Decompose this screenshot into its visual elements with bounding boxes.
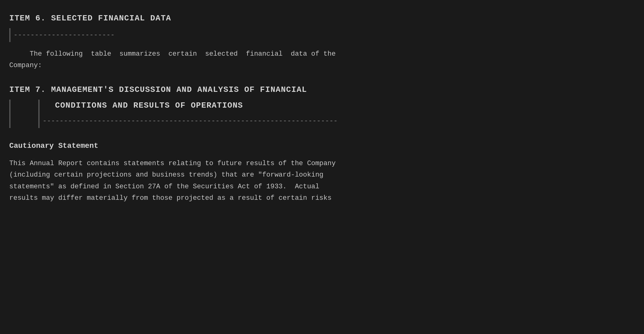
item7-vertical-bar-2 — [38, 100, 40, 128]
item7-section: ITEM 7. MANAGEMENT'S DISCUSSION AND ANAL… — [9, 84, 632, 128]
item6-divider-container: ------------------------ — [9, 28, 632, 42]
item6-title: ITEM 6. SELECTED FINANCIAL DATA — [9, 12, 632, 24]
item6-dashes: ------------------------ — [14, 28, 115, 42]
cautionary-paragraph: This Annual Report contains statements r… — [9, 158, 632, 204]
item7-title-line1: ITEM 7. MANAGEMENT'S DISCUSSION AND ANAL… — [9, 84, 632, 96]
cautionary-section: Cautionary Statement This Annual Report … — [9, 140, 632, 204]
item6-header: ITEM 6. SELECTED FINANCIAL DATA --------… — [9, 12, 632, 42]
item7-title-line2: CONDITIONS AND RESULTS OF OPERATIONS — [43, 100, 632, 112]
cautionary-heading: Cautionary Statement — [9, 140, 632, 152]
cautionary-text: This Annual Report contains statements r… — [9, 158, 632, 204]
item7-vertical-bar-1 — [9, 100, 11, 128]
item7-dashes: ----------------------------------------… — [43, 114, 632, 128]
item6-paragraph: The following table summarizes certain s… — [9, 48, 632, 71]
item7-divider-content: CONDITIONS AND RESULTS OF OPERATIONS ---… — [43, 100, 632, 128]
item7-divider-row: CONDITIONS AND RESULTS OF OPERATIONS ---… — [9, 100, 632, 128]
item7-wrapper: ITEM 7. MANAGEMENT'S DISCUSSION AND ANAL… — [9, 84, 632, 128]
item7-bar-group — [9, 100, 43, 128]
item6-section: ITEM 6. SELECTED FINANCIAL DATA --------… — [9, 12, 632, 71]
item6-vertical-bar — [9, 28, 11, 42]
item6-text: The following table summarizes certain s… — [9, 48, 632, 71]
